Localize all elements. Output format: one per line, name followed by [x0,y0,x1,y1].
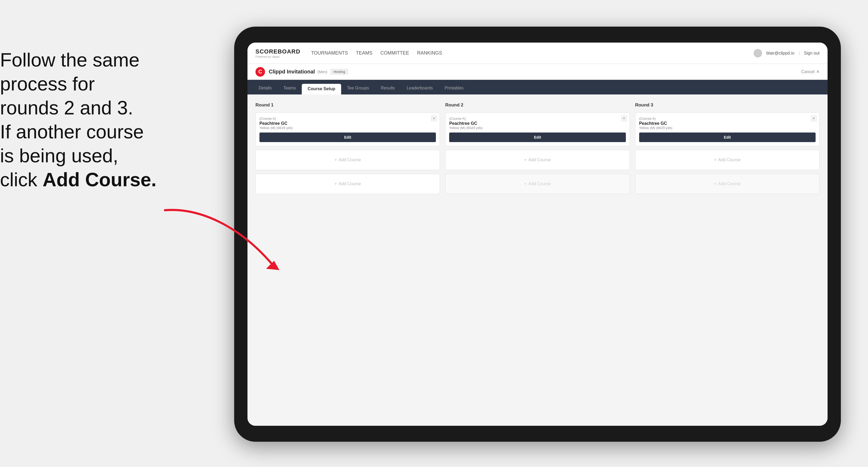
nav-rankings[interactable]: RANKINGS [417,49,442,57]
round-3-title: Round 3 [635,102,819,108]
round-1-course-card: ✕ (Course A) Peachtree GC Yellow (M) (66… [255,113,440,146]
round-3-edit-button[interactable]: Edit [639,132,815,142]
plus-icon-3: + [524,158,527,162]
round-3-course-details: Yellow (M) (6629 yds) [639,126,815,130]
user-avatar [753,49,762,58]
round-1-course-label: (Course A) [259,117,436,121]
plus-icon-5: + [714,158,716,162]
tab-bar: Details Teams Course Setup Tee Groups Re… [247,80,828,94]
round-1-course-name: Peachtree GC [259,121,436,126]
scoreboard-logo: SCOREBOARD Powered by clippd [255,48,301,58]
nav-committee[interactable]: COMMITTEE [380,49,409,57]
logo-main: SCOREBOARD [255,48,301,55]
round-2-course-card: ✕ (Course A) Peachtree GC Yellow (M) (66… [445,113,629,146]
main-content: Round 1 ✕ (Course A) Peachtree GC Yellow… [247,94,828,426]
nav-links: TOURNAMENTS TEAMS COMMITTEE RANKINGS [311,49,753,57]
round-2-course-name: Peachtree GC [449,121,626,126]
tournament-name: Clippd Invitational [269,69,315,75]
nav-divider: | [799,51,800,56]
round-3-add-course-1[interactable]: + Add Course [635,150,819,170]
round-2-remove-icon[interactable]: ✕ [621,116,627,121]
plus-icon-2: + [335,182,337,186]
logo-sub: Powered by clippd [255,55,301,58]
tablet-screen: SCOREBOARD Powered by clippd TOURNAMENTS… [247,42,828,426]
round-3-column: Round 3 ✕ (Course A) Peachtree GC Yellow… [635,102,819,194]
cancel-button[interactable]: Cancel ✕ [801,69,819,74]
round-2-title: Round 2 [445,102,629,108]
round-1-add-course-2[interactable]: + Add Course [255,174,440,194]
nav-tournaments[interactable]: TOURNAMENTS [311,49,348,57]
round-3-course-name: Peachtree GC [639,121,815,126]
plus-icon-4: + [524,182,527,186]
top-nav: SCOREBOARD Powered by clippd TOURNAMENTS… [247,42,828,64]
tablet-frame: SCOREBOARD Powered by clippd TOURNAMENTS… [234,27,841,442]
round-1-edit-button[interactable]: Edit [259,132,436,142]
user-email: blair@clippd.io [766,51,794,56]
round-1-column: Round 1 ✕ (Course A) Peachtree GC Yellow… [255,102,440,194]
tab-printables[interactable]: Printables [439,83,469,94]
nav-right: blair@clippd.io | Sign out [753,49,819,58]
round-3-remove-icon[interactable]: ✕ [811,116,817,121]
round-2-column: Round 2 ✕ (Course A) Peachtree GC Yellow… [445,102,629,194]
nav-teams[interactable]: TEAMS [356,49,373,57]
round-3-course-label: (Course A) [639,117,815,121]
round-2-add-course-1[interactable]: + Add Course [445,150,629,170]
tournament-gender: (Men) [317,70,327,74]
tab-teams[interactable]: Teams [278,83,302,94]
round-2-add-course-2: + Add Course [445,174,629,194]
rounds-grid: Round 1 ✕ (Course A) Peachtree GC Yellow… [255,102,819,194]
plus-icon-6: + [714,182,716,186]
tab-leaderboards[interactable]: Leaderboards [401,83,439,94]
round-1-remove-icon[interactable]: ✕ [431,116,437,121]
tournament-logo-icon: C [255,67,265,76]
hosting-badge: Hosting [331,69,348,74]
round-1-title: Round 1 [255,102,440,108]
tab-details[interactable]: Details [253,83,278,94]
instruction-text: Follow the same process for rounds 2 and… [0,48,192,192]
round-2-course-details: Yellow (M) (6629 yds) [449,126,626,130]
sub-header: C Clippd Invitational (Men) Hosting Canc… [247,64,828,80]
round-2-course-label: (Course A) [449,117,626,121]
plus-icon: + [335,158,337,162]
round-2-edit-button[interactable]: Edit [449,132,626,142]
tab-results[interactable]: Results [375,83,401,94]
tab-course-setup[interactable]: Course Setup [302,84,341,94]
round-3-add-course-2: + Add Course [635,174,819,194]
tab-tee-groups[interactable]: Tee Groups [341,83,375,94]
sign-out-link[interactable]: Sign out [804,51,819,56]
round-1-add-course-1[interactable]: + Add Course [255,150,440,170]
round-1-course-details: Yellow (M) (6629 yds) [259,126,436,130]
close-icon: ✕ [816,69,819,74]
round-3-course-card: ✕ (Course A) Peachtree GC Yellow (M) (66… [635,113,819,146]
